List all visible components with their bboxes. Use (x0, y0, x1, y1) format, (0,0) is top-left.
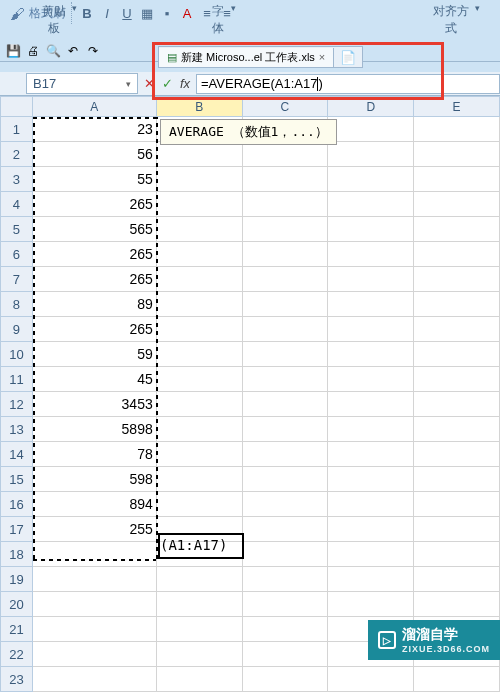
name-box[interactable]: B17 ▾ (26, 73, 138, 94)
preview-icon[interactable]: 🔍 (44, 43, 62, 59)
row-header[interactable]: 20 (1, 592, 33, 617)
cell[interactable] (156, 617, 242, 642)
cell[interactable] (242, 167, 328, 192)
cell[interactable] (242, 367, 328, 392)
cell[interactable] (156, 167, 242, 192)
cell[interactable] (32, 642, 156, 667)
cell[interactable] (242, 517, 328, 542)
cell[interactable] (32, 617, 156, 642)
cell[interactable] (242, 292, 328, 317)
cell[interactable]: 265 (32, 192, 156, 217)
document-tab[interactable]: ▤ 新建 Microso...el 工作表.xls × (159, 48, 334, 67)
row-header[interactable]: 3 (1, 167, 33, 192)
cell[interactable] (328, 417, 414, 442)
cell[interactable]: 265 (32, 242, 156, 267)
column-header-D[interactable]: D (328, 97, 414, 117)
cell[interactable] (328, 542, 414, 567)
row-header[interactable]: 8 (1, 292, 33, 317)
row-header[interactable]: 17 (1, 517, 33, 542)
cell[interactable] (328, 492, 414, 517)
cell[interactable] (156, 642, 242, 667)
cell[interactable] (156, 467, 242, 492)
row-header[interactable]: 12 (1, 392, 33, 417)
cell[interactable]: 598 (32, 467, 156, 492)
cell[interactable] (328, 117, 414, 142)
cell[interactable] (328, 667, 414, 692)
column-header-C[interactable]: C (242, 97, 328, 117)
row-header[interactable]: 23 (1, 667, 33, 692)
row-header[interactable]: 5 (1, 217, 33, 242)
cell[interactable] (32, 592, 156, 617)
cell[interactable]: 265 (32, 317, 156, 342)
dropdown-icon[interactable]: ▾ (72, 3, 77, 37)
cell[interactable] (328, 567, 414, 592)
new-tab-button[interactable]: 📄 (334, 48, 362, 67)
redo-icon[interactable]: ↷ (84, 43, 102, 59)
cell[interactable] (156, 292, 242, 317)
cell[interactable]: 3453 (32, 392, 156, 417)
cell[interactable] (156, 367, 242, 392)
cell[interactable] (414, 542, 500, 567)
undo-icon[interactable]: ↶ (64, 43, 82, 59)
cell[interactable] (328, 367, 414, 392)
cell[interactable] (328, 392, 414, 417)
cell[interactable] (156, 442, 242, 467)
cell[interactable] (156, 392, 242, 417)
cell[interactable]: 45 (32, 367, 156, 392)
cell[interactable] (156, 317, 242, 342)
cell[interactable] (156, 417, 242, 442)
cell[interactable] (328, 342, 414, 367)
cell[interactable] (328, 242, 414, 267)
row-header[interactable]: 16 (1, 492, 33, 517)
cell[interactable] (242, 592, 328, 617)
cell[interactable] (156, 567, 242, 592)
row-header[interactable]: 13 (1, 417, 33, 442)
cell[interactable] (242, 492, 328, 517)
select-all-corner[interactable] (1, 97, 33, 117)
cell[interactable] (414, 342, 500, 367)
cell[interactable] (414, 567, 500, 592)
cell[interactable] (414, 292, 500, 317)
cell[interactable] (242, 192, 328, 217)
row-header[interactable]: 18 (1, 542, 33, 567)
row-header[interactable]: 1 (1, 117, 33, 142)
cell[interactable] (156, 667, 242, 692)
cell[interactable] (242, 342, 328, 367)
cell[interactable] (242, 667, 328, 692)
cell[interactable] (156, 142, 242, 167)
cell[interactable]: 55 (32, 167, 156, 192)
cell[interactable] (414, 517, 500, 542)
cell[interactable] (156, 242, 242, 267)
cell[interactable] (328, 167, 414, 192)
cell[interactable] (242, 317, 328, 342)
cell[interactable]: 565 (32, 217, 156, 242)
print-icon[interactable]: 🖨 (24, 43, 42, 59)
cell[interactable] (242, 267, 328, 292)
cell[interactable] (156, 192, 242, 217)
cell[interactable] (32, 667, 156, 692)
cell[interactable]: 255 (32, 517, 156, 542)
chevron-down-icon[interactable]: ▾ (126, 79, 131, 89)
row-header[interactable]: 15 (1, 467, 33, 492)
column-header-B[interactable]: B (156, 97, 242, 117)
cell[interactable] (242, 567, 328, 592)
accept-button[interactable]: ✓ (158, 74, 176, 94)
cell[interactable] (156, 592, 242, 617)
tab-close-button[interactable]: × (319, 51, 325, 63)
cell[interactable] (242, 467, 328, 492)
cell[interactable] (32, 542, 156, 567)
dropdown-icon[interactable]: ▾ (475, 3, 480, 37)
cell[interactable] (242, 142, 328, 167)
row-header[interactable]: 7 (1, 267, 33, 292)
save-icon[interactable]: 💾 (4, 43, 22, 59)
cell[interactable]: 56 (32, 142, 156, 167)
formula-input[interactable]: =AVERAGE(A1:A17) (196, 74, 500, 94)
cell[interactable] (414, 192, 500, 217)
cell[interactable] (414, 167, 500, 192)
cancel-button[interactable]: ✕ (140, 74, 158, 94)
cell[interactable]: 59 (32, 342, 156, 367)
cell[interactable] (328, 292, 414, 317)
cell[interactable] (414, 217, 500, 242)
row-header[interactable]: 19 (1, 567, 33, 592)
cell[interactable] (242, 217, 328, 242)
